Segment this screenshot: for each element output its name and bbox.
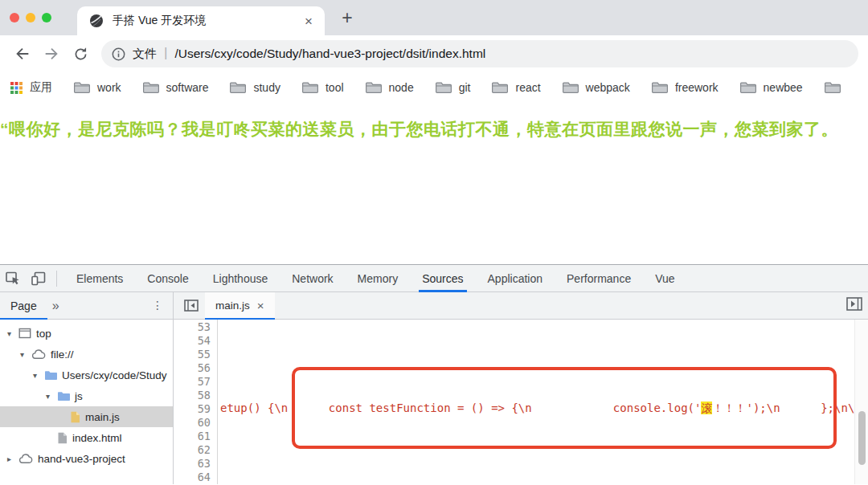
folder-icon bbox=[74, 81, 90, 94]
folder-icon bbox=[740, 81, 756, 94]
bookmark-folder-newbee[interactable]: newbee bbox=[740, 81, 803, 94]
navigator-tab-page[interactable]: Page bbox=[0, 292, 47, 320]
tree-item-label: main.js bbox=[85, 411, 120, 423]
bookmark-label: webpack bbox=[586, 81, 630, 94]
reload-button[interactable] bbox=[66, 40, 95, 67]
expand-arrow-icon[interactable]: ▾ bbox=[43, 392, 52, 401]
line-number[interactable]: 55 bbox=[174, 348, 211, 361]
bookmark-label: react bbox=[515, 81, 540, 94]
line-number[interactable]: 57 bbox=[174, 375, 211, 389]
tab-close-icon[interactable]: × bbox=[305, 14, 313, 28]
scrollbar-thumb[interactable] bbox=[858, 411, 866, 465]
line-number[interactable]: 63 bbox=[174, 457, 211, 471]
devtools-tab-lighthouse[interactable]: Lighthouse bbox=[201, 265, 280, 292]
folder-icon bbox=[143, 81, 159, 94]
code-pane[interactable]: etup() {\n const testFunction = () => {\… bbox=[218, 320, 868, 484]
forward-button[interactable] bbox=[37, 40, 66, 67]
devtools-tab-elements[interactable]: Elements bbox=[64, 265, 135, 292]
devtools-tab-vue[interactable]: Vue bbox=[643, 265, 686, 292]
bookmark-folder-work[interactable]: work bbox=[74, 81, 121, 94]
tree-item-js-folder[interactable]: ▾ js bbox=[0, 385, 173, 406]
line-number[interactable]: 58 bbox=[174, 389, 211, 402]
apps-grid-icon bbox=[10, 82, 23, 94]
close-window-button[interactable] bbox=[10, 13, 19, 22]
browser-toolbar: 文件 | /Users/cxy/code/Study/hand-vue3-pro… bbox=[0, 35, 868, 72]
tree-item-label: file:// bbox=[51, 348, 74, 361]
arrow-left-icon bbox=[14, 45, 31, 63]
reload-icon bbox=[72, 46, 89, 63]
bookmark-folder-react[interactable]: react bbox=[492, 81, 540, 94]
bookmark-label: software bbox=[166, 81, 209, 94]
devtools-tab-sources[interactable]: Sources bbox=[410, 265, 475, 292]
bookmark-folder-software[interactable]: software bbox=[143, 81, 209, 94]
bookmark-folder-git[interactable]: git bbox=[436, 81, 471, 94]
tree-item-label: js bbox=[75, 390, 83, 402]
tree-item-mainjs[interactable]: main.js bbox=[0, 406, 173, 427]
folder-icon bbox=[652, 81, 668, 94]
devtools-tab-network[interactable]: Network bbox=[280, 265, 345, 292]
expand-arrow-icon[interactable]: ▾ bbox=[31, 371, 39, 380]
tree-item-file-origin[interactable]: ▾ file:// bbox=[0, 344, 173, 365]
folder-icon bbox=[44, 370, 57, 381]
sources-editor-pane: main.js × 53 54 55 56 57 bbox=[174, 292, 868, 484]
zoom-window-button[interactable] bbox=[42, 13, 51, 22]
expand-arrow-icon[interactable]: ▾ bbox=[5, 329, 14, 338]
collapse-sidebar-button[interactable] bbox=[179, 294, 203, 318]
bookmark-folder-partial[interactable] bbox=[825, 81, 841, 94]
devtools-tab-memory[interactable]: Memory bbox=[346, 265, 411, 292]
folder-icon bbox=[230, 81, 246, 94]
devtools-tab-console[interactable]: Console bbox=[135, 265, 200, 292]
line-number[interactable]: 59 bbox=[174, 402, 211, 416]
line-number[interactable]: 61 bbox=[174, 430, 211, 443]
bookmark-folder-node[interactable]: node bbox=[366, 81, 414, 94]
overflow-menu-icon[interactable]: ⋮ bbox=[152, 299, 163, 312]
bookmark-label: newbee bbox=[764, 81, 803, 94]
devtools-tab-application[interactable]: Application bbox=[476, 265, 555, 292]
device-toolbar-button[interactable] bbox=[26, 267, 51, 291]
tree-item-users-folder[interactable]: ▾ Users/cxy/code/Study bbox=[0, 365, 173, 385]
address-divider: | bbox=[164, 45, 167, 61]
line-number[interactable]: 53 bbox=[174, 320, 211, 334]
editor-tab-mainjs[interactable]: main.js × bbox=[205, 292, 275, 320]
toolbar-divider bbox=[56, 271, 57, 287]
line-number[interactable]: 60 bbox=[174, 416, 211, 430]
folder-icon bbox=[302, 81, 318, 94]
tree-item-indexhtml[interactable]: index.html bbox=[0, 427, 173, 448]
sources-panel: Page » ⋮ ▾ top ▾ fil bbox=[0, 292, 868, 484]
line-number[interactable]: 56 bbox=[174, 361, 211, 375]
address-bar[interactable]: 文件 | /Users/cxy/code/Study/hand-vue3-pro… bbox=[101, 40, 858, 67]
file-js-icon bbox=[70, 411, 80, 423]
editor-scrollbar[interactable] bbox=[854, 320, 868, 484]
devtools-tab-performance[interactable]: Performance bbox=[555, 265, 643, 292]
show-debugger-button[interactable] bbox=[846, 297, 862, 311]
close-file-icon[interactable]: × bbox=[257, 300, 264, 312]
line-number[interactable]: 54 bbox=[174, 334, 211, 348]
inspect-element-button[interactable] bbox=[0, 267, 26, 291]
expand-right-icon bbox=[846, 297, 862, 311]
bookmark-label: tool bbox=[326, 81, 344, 94]
new-tab-button[interactable]: + bbox=[334, 6, 360, 30]
tab-title: 手搭 Vue 开发环境 bbox=[113, 14, 296, 28]
scheme-label: 文件 bbox=[133, 47, 157, 62]
line-number-gutter[interactable]: 53 54 55 56 57 58 59 60 61 62 63 64 bbox=[174, 320, 218, 484]
tree-item-hand-vue3-project[interactable]: ▸ hand-vue3-project bbox=[0, 448, 173, 469]
back-button[interactable] bbox=[8, 40, 37, 67]
bookmark-folder-freework[interactable]: freework bbox=[652, 81, 719, 94]
folder-icon bbox=[57, 391, 70, 401]
devtools-tab-bar: Elements Console Lighthouse Network Memo… bbox=[0, 265, 868, 292]
code-text: etup() {\n const testFunction = () => {\… bbox=[220, 401, 701, 414]
line-number[interactable]: 62 bbox=[174, 443, 211, 457]
bookmark-folder-study[interactable]: study bbox=[230, 81, 280, 94]
cloud-icon bbox=[31, 348, 46, 360]
tree-item-top[interactable]: ▾ top bbox=[0, 323, 173, 344]
browser-tab[interactable]: 手搭 Vue 开发环境 × bbox=[77, 6, 325, 35]
bookmark-apps[interactable]: 应用 bbox=[10, 80, 52, 95]
more-tabs-chevron-icon[interactable]: » bbox=[52, 299, 59, 313]
line-number[interactable]: 64 bbox=[174, 471, 211, 484]
collapsed-arrow-icon[interactable]: ▸ bbox=[5, 454, 14, 463]
bookmark-folder-tool[interactable]: tool bbox=[302, 81, 344, 94]
bookmark-folder-webpack[interactable]: webpack bbox=[563, 81, 630, 94]
expand-arrow-icon[interactable]: ▾ bbox=[18, 350, 27, 359]
frame-icon bbox=[18, 328, 31, 339]
minimize-window-button[interactable] bbox=[26, 13, 35, 22]
